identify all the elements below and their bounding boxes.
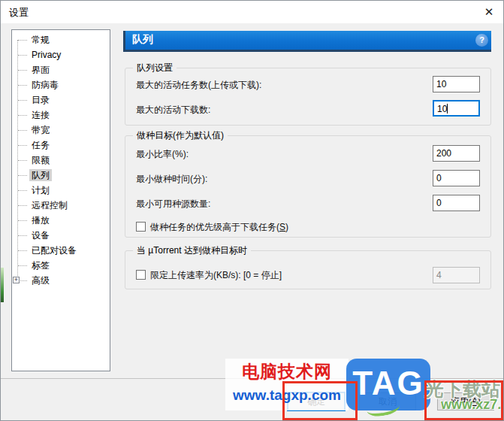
sidebar-item-label: 远程控制 (29, 199, 70, 211)
sidebar-item-label: 计划 (29, 184, 52, 196)
sidebar-item-general[interactable]: 常规 (11, 32, 109, 47)
sidebar-item-queue[interactable]: 队列 (11, 168, 109, 183)
limit-upload-rate-field: 4 (433, 267, 480, 283)
text-cursor (447, 104, 448, 114)
sidebar-item-label: 播放 (29, 214, 52, 226)
max-active-downloads-field[interactable]: 10 (433, 100, 480, 117)
sidebar-item-cap[interactable]: 限额 (11, 153, 109, 168)
sidebar-item-label: 队列 (29, 169, 52, 181)
window-title: 设置 (9, 6, 29, 20)
sidebar-item-labels[interactable]: 标签 (11, 258, 109, 273)
sidebar-item-remote[interactable]: 远程控制 (11, 198, 109, 213)
sidebar-item-label: 限额 (29, 154, 52, 166)
sidebar-item-scheduler[interactable]: 计划 (11, 183, 109, 198)
expand-plus-icon[interactable]: + (13, 277, 20, 283)
max-active-tasks-label: 最大的活动任务数(上传或下载): (136, 79, 261, 92)
sidebar-item-label: 标签 (29, 259, 52, 271)
settings-dialog: 设置 ✕ 常规 Privacy 界面 防病毒 目录 连接 带宽 任务 限额 队列… (0, 0, 504, 421)
sidebar-item-ui[interactable]: 界面 (11, 62, 109, 77)
label-text: 做种任务的优先级高于下载任务( (150, 222, 279, 232)
sidebar-item-antivirus[interactable]: 防病毒 (11, 77, 109, 92)
group-title: 队列设置 (133, 62, 177, 74)
seeding-priority-checkbox[interactable] (136, 222, 146, 232)
watermark-edge-sliver (1, 268, 4, 302)
min-seeds-field[interactable]: 0 (433, 195, 480, 211)
sidebar-item-advanced[interactable]: 高级 (11, 273, 109, 288)
sidebar-item-label: 连接 (29, 109, 52, 121)
sidebar-item-label: 界面 (29, 64, 52, 76)
sidebar-item-label: 任务 (29, 139, 52, 151)
sidebar-item-directories[interactable]: 目录 (11, 92, 109, 108)
min-ratio-label: 最小比率(%): (136, 148, 189, 161)
close-icon[interactable]: ✕ (479, 4, 499, 20)
group-title: 做种目标(作为默认值) (133, 129, 228, 142)
sidebar-item-label: 带宽 (29, 124, 52, 136)
field-value: 0 (436, 198, 442, 208)
annotation-rect-apply (424, 380, 503, 420)
min-seed-time-label: 最小做种时间(分): (136, 173, 207, 186)
annotation-rect-ok (282, 381, 358, 420)
max-active-downloads-label: 最大的活动下载数: (136, 104, 210, 117)
sidebar-item-label: 防病毒 (29, 79, 61, 91)
sidebar-item-playback[interactable]: 播放 (11, 213, 109, 228)
sidebar-item-label: 高级 (29, 274, 52, 286)
field-value: 10 (436, 79, 446, 89)
sidebar-item-paired-devices[interactable]: 已配对设备 (11, 243, 109, 258)
sidebar-item-label: 目录 (29, 94, 52, 106)
sidebar-item-label: 设备 (29, 229, 52, 241)
limit-upload-label[interactable]: 限定上传速率为(KB/s): [0 = 停止] (150, 269, 282, 282)
watermark-site1-name: 电脑技术网 (226, 360, 348, 383)
min-seed-time-field[interactable]: 0 (433, 170, 480, 186)
min-seeds-label: 最小可用种源数量: (136, 198, 210, 210)
sidebar-item-label: 已配对设备 (29, 244, 79, 256)
max-active-tasks-field[interactable]: 10 (433, 76, 480, 92)
field-value: 0 (436, 173, 442, 183)
sidebar-item-label: Privacy (29, 49, 63, 61)
min-ratio-field[interactable]: 200 (433, 145, 480, 162)
page-header-banner: 队列 ? (123, 31, 491, 52)
limit-upload-checkbox[interactable] (136, 270, 146, 280)
group-title: 当 µTorrent 达到做种目标时 (133, 244, 251, 257)
sidebar-item-privacy[interactable]: Privacy (11, 47, 109, 62)
label-text: ) (285, 222, 288, 232)
page-title: 队列 (132, 33, 153, 47)
help-icon[interactable]: ? (475, 34, 488, 47)
sidebar-item-label: 常规 (29, 34, 52, 46)
sidebar-item-tasks[interactable]: 任务 (11, 138, 109, 153)
sidebar-item-connection[interactable]: 连接 (11, 108, 109, 123)
sidebar-item-devices[interactable]: 设备 (11, 228, 109, 243)
field-value: 200 (436, 148, 451, 159)
title-bar: 设置 ✕ (1, 1, 503, 23)
access-key: S (279, 222, 285, 232)
field-value: 10 (437, 104, 447, 114)
seeding-priority-label[interactable]: 做种任务的优先级高于下载任务(S) (150, 221, 288, 234)
sidebar-item-bandwidth[interactable]: 带宽 (11, 123, 109, 138)
field-value: 4 (436, 270, 442, 280)
